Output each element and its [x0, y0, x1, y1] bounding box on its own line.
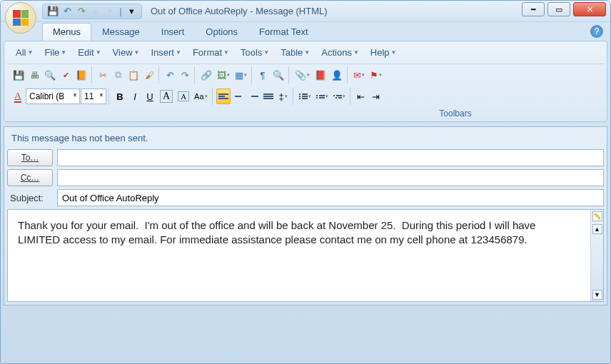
undo-button[interactable]: ↶ [163, 67, 177, 83]
align-left-button[interactable] [216, 89, 231, 104]
importance-high-button[interactable]: ✉▾ [351, 67, 367, 83]
scroll-up-button[interactable]: ▲ [592, 224, 602, 234]
print-button[interactable]: 🖶 [27, 67, 41, 83]
spellcheck-button[interactable]: ✔ [59, 67, 73, 83]
office-button[interactable] [5, 2, 36, 34]
font-size-select[interactable]: ▼ [81, 89, 106, 104]
font-name-input[interactable] [26, 89, 80, 104]
maximize-button[interactable]: ▭ [547, 2, 570, 16]
quick-access-toolbar: 💾 ↶ ↷ ▲ ▼ | ▾ [42, 4, 142, 19]
to-button[interactable]: To… [7, 149, 53, 166]
numbering-button[interactable]: ▾ [314, 89, 330, 104]
compose-area: This message has not been sent. To… Cc… … [4, 126, 607, 305]
font-name-select[interactable]: ▼ [26, 89, 80, 104]
window-controls: ━ ▭ ✕ [522, 2, 606, 16]
scroll-down-button[interactable]: ▼ [592, 290, 602, 300]
bullets-button[interactable]: ▾ [297, 89, 313, 104]
align-justify-button[interactable] [261, 89, 276, 104]
tab-message[interactable]: Message [91, 23, 151, 41]
menu-all[interactable]: All▼ [10, 46, 39, 59]
window-title: Out of Office AutoReply - Message (HTML) [151, 6, 328, 16]
unsent-notice: This message has not been sent. [7, 130, 604, 146]
subject-label: Subject: [7, 193, 53, 203]
multilevel-list-button[interactable]: ▾ [331, 89, 348, 104]
menu-file[interactable]: File▼ [39, 46, 72, 59]
menu-edit[interactable]: Edit▼ [72, 46, 106, 59]
grow-font-button[interactable]: A [158, 89, 175, 104]
menu-tools[interactable]: Tools▼ [235, 46, 275, 59]
address-book-button[interactable]: 📕 [313, 67, 328, 83]
subject-input[interactable] [57, 189, 604, 206]
underline-button[interactable]: U [143, 89, 157, 104]
tab-options[interactable]: Options [195, 23, 248, 41]
research-button[interactable]: 📙 [74, 67, 89, 83]
insert-table-button[interactable]: ▦▾ [233, 67, 249, 83]
next-item-icon[interactable]: ▼ [104, 6, 116, 17]
italic-button[interactable]: I [128, 89, 142, 104]
prev-item-icon[interactable]: ▲ [90, 6, 101, 17]
ribbon-body: All▼ File▼ Edit▼ View▼ Insert▼ Format▼ T… [4, 41, 607, 122]
ribbon-tabs: Menus Message Insert Options Format Text… [1, 22, 610, 41]
show-marks-button[interactable]: ¶ [256, 67, 270, 83]
toolbar-row-1: 💾 🖶 🔍 ✔ 📙 ✂ ⧉ 📋 🖌 ↶ ↷ 🔗 🖼▾ ▦▾ [7, 64, 604, 86]
bold-button[interactable]: B [113, 89, 127, 104]
cc-input[interactable] [57, 169, 604, 186]
undo-icon[interactable]: ↶ [61, 6, 73, 17]
tab-insert[interactable]: Insert [151, 23, 196, 41]
menu-help[interactable]: Help▼ [365, 46, 403, 59]
align-right-button[interactable] [246, 89, 261, 104]
follow-up-flag-button[interactable]: ⚑▾ [368, 67, 384, 83]
toolbar-row-2: A ▼ ▼ B I U A A Aa▾ [7, 86, 604, 107]
picture-button[interactable]: 🖼▾ [215, 67, 232, 83]
toolbars-group-label: Toolbars [307, 107, 604, 118]
body-container: 📏 ▲ ▼ [7, 209, 604, 302]
menu-actions[interactable]: Actions▼ [315, 46, 365, 59]
menu-table[interactable]: Table▼ [275, 46, 315, 59]
redo-icon[interactable]: ↷ [76, 6, 87, 17]
decrease-indent-button[interactable]: ⇤ [354, 89, 368, 104]
cc-button[interactable]: Cc… [7, 169, 53, 186]
qat-customize-icon[interactable]: ▾ [126, 6, 137, 17]
line-spacing-button[interactable]: ‡▾ [276, 89, 291, 104]
ruler-toggle-icon[interactable]: 📏 [592, 211, 602, 221]
menu-format[interactable]: Format▼ [187, 46, 235, 59]
to-row: To… [7, 149, 604, 166]
redo-button[interactable]: ↷ [178, 67, 192, 83]
paste-button[interactable]: 📋 [126, 67, 141, 83]
menu-view[interactable]: View▼ [107, 46, 146, 59]
help-icon[interactable]: ? [590, 25, 603, 38]
print-preview-button[interactable]: 🔍 [42, 67, 58, 83]
tab-format-text[interactable]: Format Text [248, 23, 318, 41]
body-scrollbar: 📏 ▲ ▼ [590, 210, 603, 301]
classic-menu-bar: All▼ File▼ Edit▼ View▼ Insert▼ Format▼ T… [7, 44, 604, 64]
attach-file-button[interactable]: 📎▾ [293, 67, 312, 83]
align-center-button[interactable] [231, 89, 246, 104]
save-icon[interactable]: 💾 [47, 6, 59, 17]
subject-row: Subject: [7, 189, 604, 206]
office-logo-icon [13, 10, 29, 26]
increase-indent-button[interactable]: ⇥ [369, 89, 383, 104]
change-case-button[interactable]: Aa▾ [192, 89, 209, 104]
to-input[interactable] [57, 149, 604, 166]
copy-button[interactable]: ⧉ [111, 67, 125, 83]
menu-insert[interactable]: Insert▼ [145, 46, 186, 59]
tab-menus[interactable]: Menus [42, 23, 91, 41]
message-window: 💾 ↶ ↷ ▲ ▼ | ▾ Out of Office AutoReply - … [0, 0, 611, 364]
cc-row: Cc… [7, 169, 604, 186]
message-body[interactable] [8, 210, 590, 301]
shrink-font-button[interactable]: A [176, 89, 191, 104]
hyperlink-button[interactable]: 🔗 [198, 67, 214, 83]
minimize-button[interactable]: ━ [522, 2, 545, 16]
font-color-button[interactable]: A [11, 89, 25, 104]
qat-separator: | [118, 6, 123, 16]
cut-button[interactable]: ✂ [96, 67, 110, 83]
font-size-input[interactable] [81, 89, 106, 104]
check-names-button[interactable]: 👤 [329, 67, 345, 83]
zoom-button[interactable]: 🔍 [271, 67, 286, 83]
titlebar: 💾 ↶ ↷ ▲ ▼ | ▾ Out of Office AutoReply - … [1, 1, 610, 22]
close-button[interactable]: ✕ [573, 2, 606, 16]
save-button[interactable]: 💾 [11, 67, 26, 83]
format-painter-button[interactable]: 🖌 [142, 67, 156, 83]
